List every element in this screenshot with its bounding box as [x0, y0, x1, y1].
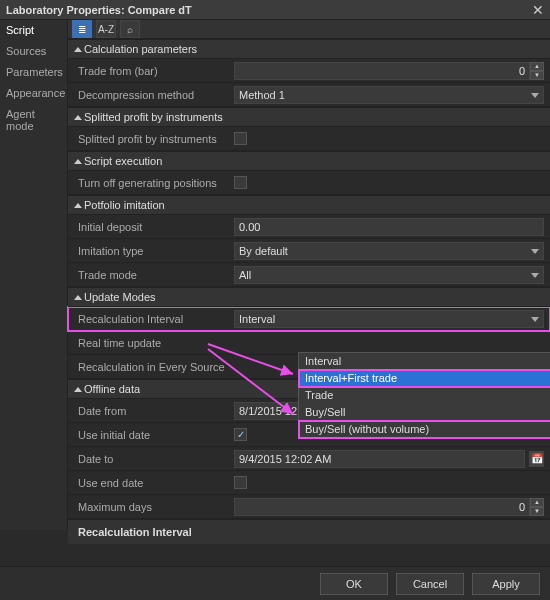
dropdown-recalc-interval[interactable]: Interval Interval+First trade Trade Buy/…	[298, 352, 550, 439]
label-date-to: Date to	[68, 453, 228, 465]
input-trade-from[interactable]	[234, 62, 530, 80]
group-update-modes[interactable]: Update Modes	[68, 287, 550, 307]
row-decompression: Decompression method Method 1	[68, 83, 550, 107]
sidenav-appearance[interactable]: Appearance	[0, 83, 67, 104]
select-decompression[interactable]: Method 1	[234, 86, 544, 104]
group-script-execution[interactable]: Script execution	[68, 151, 550, 171]
property-toolbar: ≣ A-Z ⌕	[68, 20, 550, 39]
sidenav-agent-mode[interactable]: Agent mode	[0, 104, 67, 137]
row-use-end-date: Use end date	[68, 471, 550, 495]
row-max-days: Maximum days ▲▼	[68, 495, 550, 519]
label-recalc-interval: Recalculation Interval	[68, 313, 228, 325]
calendar-icon[interactable]: 📅	[529, 451, 544, 467]
row-turnoff-gen: Turn off generating positions	[68, 171, 550, 195]
label-decompression: Decompression method	[68, 89, 228, 101]
select-recalc-interval[interactable]: Interval	[234, 310, 544, 328]
input-date-to[interactable]	[234, 450, 525, 468]
label-realtime-update: Real time update	[68, 337, 228, 349]
dropdown-option[interactable]: Interval+First trade	[299, 370, 550, 387]
group-splitted-profit[interactable]: Splitted profit by instruments	[68, 107, 550, 127]
group-portfolio[interactable]: Potfolio imitation	[68, 195, 550, 215]
spin-down-icon[interactable]: ▼	[530, 71, 544, 80]
search-icon[interactable]: ⌕	[120, 20, 140, 38]
dropdown-option[interactable]: Buy/Sell	[299, 404, 550, 421]
cancel-button[interactable]: Cancel	[396, 573, 464, 595]
input-initial-deposit[interactable]	[234, 218, 544, 236]
label-date-from: Date from	[68, 405, 228, 417]
dropdown-option[interactable]: Buy/Sell (without volume)	[299, 421, 550, 438]
apply-button[interactable]: Apply	[472, 573, 540, 595]
property-description: Recalculation Interval	[68, 519, 550, 544]
label-use-initial-date: Use initial date	[68, 429, 228, 441]
row-initial-deposit: Initial deposit	[68, 215, 550, 239]
spin-down-icon[interactable]: ▼	[530, 507, 544, 516]
row-trade-from: Trade from (bar) ▲▼	[68, 59, 550, 83]
row-splitted-profit: Splitted profit by instruments	[68, 127, 550, 151]
label-recalc-every-source: Recalculation in Every Source	[68, 361, 228, 373]
row-trade-mode: Trade mode All	[68, 263, 550, 287]
checkbox-splitted-profit[interactable]	[234, 132, 247, 145]
side-nav: Script Sources Parameters Appearance Age…	[0, 20, 68, 530]
close-icon[interactable]: ✕	[532, 2, 544, 18]
label-splitted-profit: Splitted profit by instruments	[68, 133, 228, 145]
checkbox-use-end-date[interactable]	[234, 476, 247, 489]
row-recalc-interval: Recalculation Interval Interval	[68, 307, 550, 331]
label-trade-mode: Trade mode	[68, 269, 228, 281]
row-imitation-type: Imitation type By default	[68, 239, 550, 263]
alphabetical-button[interactable]: A-Z	[96, 20, 116, 38]
spin-up-icon[interactable]: ▲	[530, 498, 544, 507]
checkbox-turnoff-gen[interactable]	[234, 176, 247, 189]
spin-up-icon[interactable]: ▲	[530, 62, 544, 71]
label-trade-from: Trade from (bar)	[68, 65, 228, 77]
label-turnoff-gen: Turn off generating positions	[68, 177, 228, 189]
select-trade-mode[interactable]: All	[234, 266, 544, 284]
sidenav-script[interactable]: Script	[0, 20, 67, 41]
group-calculation-parameters[interactable]: Calculation parameters	[68, 39, 550, 59]
row-date-to: Date to 📅	[68, 447, 550, 471]
dropdown-option[interactable]: Trade	[299, 387, 550, 404]
sidenav-sources[interactable]: Sources	[0, 41, 67, 62]
checkbox-use-initial-date[interactable]: ✓	[234, 428, 247, 441]
ok-button[interactable]: OK	[320, 573, 388, 595]
dropdown-option[interactable]: Interval	[299, 353, 550, 370]
window-title: Laboratory Properties: Compare dT	[6, 4, 192, 16]
categorized-icon[interactable]: ≣	[72, 20, 92, 38]
title-bar: Laboratory Properties: Compare dT ✕	[0, 0, 550, 20]
label-imitation-type: Imitation type	[68, 245, 228, 257]
label-max-days: Maximum days	[68, 501, 228, 513]
property-grid: Calculation parameters Trade from (bar) …	[68, 39, 550, 519]
label-use-end-date: Use end date	[68, 477, 228, 489]
description-label: Recalculation Interval	[78, 526, 192, 538]
dialog-buttons: OK Cancel Apply	[0, 566, 550, 600]
input-max-days[interactable]	[234, 498, 530, 516]
select-imitation-type[interactable]: By default	[234, 242, 544, 260]
label-initial-deposit: Initial deposit	[68, 221, 228, 233]
sidenav-parameters[interactable]: Parameters	[0, 62, 67, 83]
